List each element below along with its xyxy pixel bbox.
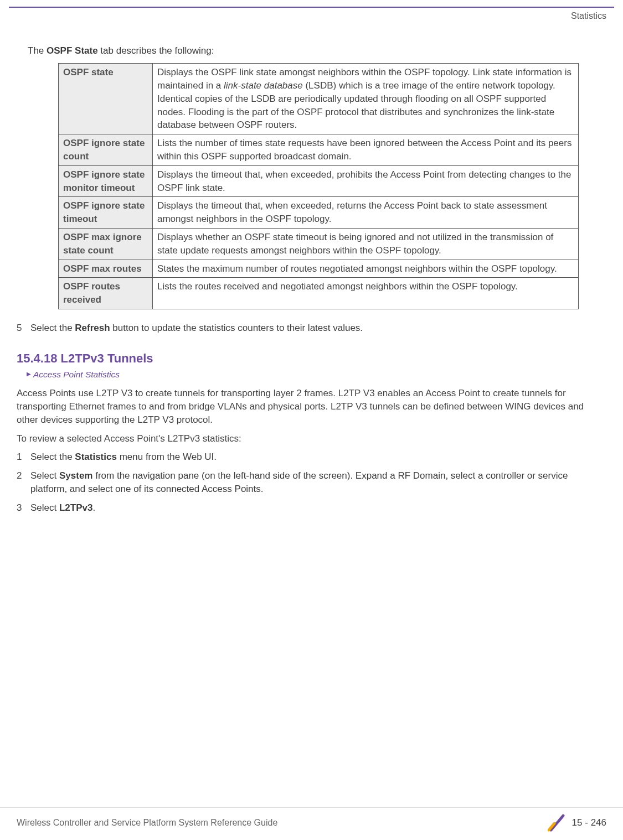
section-crumb[interactable]: ▶ Access Point Statistics (27, 369, 606, 381)
step-text: Select the Refresh button to update the … (30, 322, 606, 335)
step-bold: L2TPv3 (59, 502, 92, 513)
step-suffix: menu from the Web UI. (117, 452, 217, 462)
page-number: 15 - 246 (572, 816, 606, 829)
step-3: 3 Select L2TPv3. (17, 501, 606, 515)
brand-slash-icon (548, 813, 567, 832)
table-row: OSPF max routes States the maximum numbe… (59, 260, 579, 278)
step-prefix: Select (30, 470, 59, 481)
table-row: OSPF ignore state timeout Displays the t… (59, 197, 579, 229)
table-row: OSPF ignore state monitor timeout Displa… (59, 165, 579, 197)
step-5: 5 Select the Refresh button to update th… (17, 322, 606, 335)
paragraph: Access Points use L2TP V3 to create tunn… (17, 387, 606, 426)
row-desc: Displays the OSPF link state amongst nei… (153, 64, 579, 134)
page-footer: Wireless Controller and Service Platform… (0, 807, 623, 840)
row-desc: Lists the routes received and negotiated… (153, 278, 579, 309)
step-number: 5 (17, 322, 30, 335)
step-number: 3 (17, 501, 30, 515)
row-label: OSPF routes received (59, 278, 153, 309)
step-text: Select L2TPv3. (30, 501, 606, 515)
step-suffix: . (92, 502, 95, 513)
row-label: OSPF max routes (59, 260, 153, 278)
footer-right: 15 - 246 (548, 813, 606, 832)
step-prefix: Select the (30, 323, 75, 333)
svg-line-0 (551, 816, 563, 830)
step-text: Select the Statistics menu from the Web … (30, 450, 606, 464)
step-prefix: Select (30, 502, 59, 513)
ospf-state-table: OSPF state Displays the OSPF link state … (58, 63, 579, 309)
step-suffix: button to update the statistics counters… (110, 323, 363, 333)
row-label: OSPF ignore state count (59, 134, 153, 166)
step-suffix: from the navigation pane (on the left-ha… (30, 470, 568, 494)
row-label: OSPF ignore state monitor timeout (59, 165, 153, 197)
table-row: OSPF routes received Lists the routes re… (59, 278, 579, 309)
row-label: OSPF state (59, 64, 153, 134)
row-label: OSPF ignore state timeout (59, 197, 153, 229)
step-bold: System (59, 470, 92, 481)
paragraph: To review a selected Access Point's L2TP… (17, 432, 606, 445)
intro-suffix: tab describes the following: (98, 45, 214, 56)
row-desc: States the maximum number of routes nego… (153, 260, 579, 278)
step-bold: Statistics (75, 452, 117, 462)
intro-bold: OSPF State (47, 45, 98, 56)
step-number: 2 (17, 469, 30, 483)
step-2: 2 Select System from the navigation pane… (17, 469, 606, 496)
row-desc: Displays the timeout that, when exceeded… (153, 165, 579, 197)
section-heading: 15.4.18 L2TPv3 Tunnels (17, 350, 606, 367)
crumb-text: Access Point Statistics (33, 369, 120, 381)
triangle-right-icon: ▶ (27, 370, 31, 378)
intro-prefix: The (28, 45, 47, 56)
footer-title: Wireless Controller and Service Platform… (17, 817, 277, 829)
step-prefix: Select the (30, 452, 75, 462)
step-number: 1 (17, 450, 30, 464)
step-text: Select System from the navigation pane (… (30, 469, 606, 496)
table-row: OSPF state Displays the OSPF link state … (59, 64, 579, 134)
header-breadcrumb: Statistics (0, 8, 623, 22)
table-row: OSPF max ignore state count Displays whe… (59, 228, 579, 260)
row-desc: Displays whether an OSPF state timeout i… (153, 228, 579, 260)
row-label: OSPF max ignore state count (59, 228, 153, 260)
table-row: OSPF ignore state count Lists the number… (59, 134, 579, 166)
step-1: 1 Select the Statistics menu from the We… (17, 450, 606, 464)
step-bold: Refresh (75, 323, 110, 333)
intro-line: The OSPF State tab describes the followi… (17, 44, 606, 58)
page-content: The OSPF State tab describes the followi… (0, 22, 623, 807)
row-desc: Lists the number of times state requests… (153, 134, 579, 166)
row-desc: Displays the timeout that, when exceeded… (153, 197, 579, 229)
desc-italic: link-state database (224, 80, 303, 91)
